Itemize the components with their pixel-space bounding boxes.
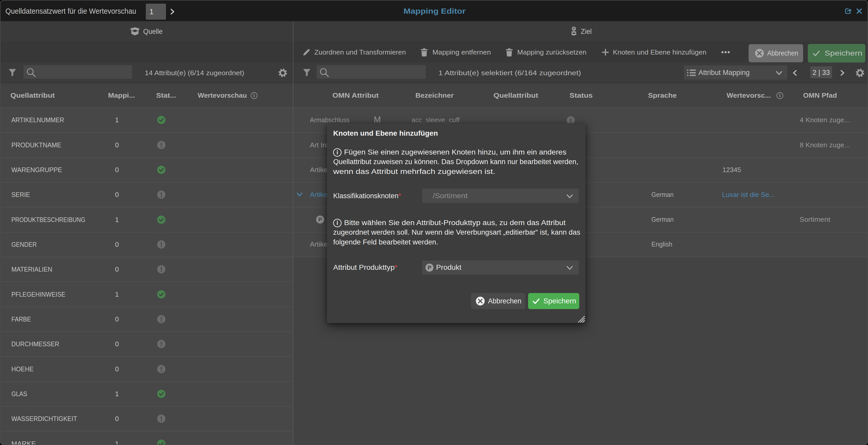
svg-text:P: P <box>573 27 575 30</box>
svg-text:P: P <box>428 264 431 271</box>
svg-text:P: P <box>318 216 322 222</box>
